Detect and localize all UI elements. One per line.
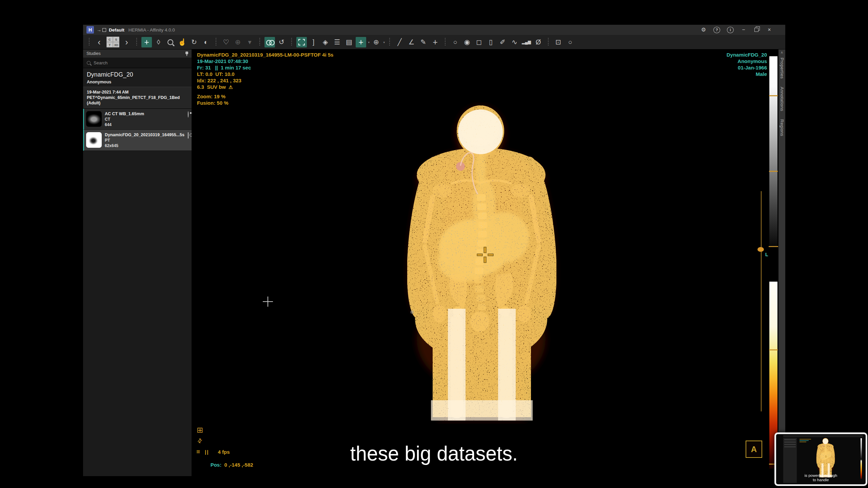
- crosshair-tool-button[interactable]: +: [141, 37, 152, 47]
- restore-button[interactable]: [753, 28, 760, 32]
- record-tool-button[interactable]: ○: [565, 37, 575, 47]
- prev-layout-button[interactable]: ‹: [94, 37, 104, 47]
- toolbar-separator: [259, 38, 260, 46]
- position-status: Pos: 0 ,-145 ,-582: [196, 456, 253, 473]
- patient-overlay-line: 01-Jan-1966: [727, 64, 767, 71]
- display-settings-icon[interactable]: [188, 133, 189, 139]
- layout-grid-icon[interactable]: ⊞: [197, 426, 203, 434]
- overlay-line: Idx: 222 , 241 , 323: [197, 77, 333, 84]
- next-layout-button[interactable]: ›: [121, 37, 132, 47]
- search-input[interactable]: Search: [83, 58, 192, 68]
- point-tool-button[interactable]: +: [430, 37, 440, 47]
- ct-grayscale-colorbar[interactable]: [769, 56, 777, 246]
- mpr-sphere-tool-button[interactable]: ⊕▾: [371, 37, 381, 47]
- pip-overlay-lines: [800, 438, 811, 442]
- patient-id: Anonymous: [87, 80, 188, 84]
- patient-info-tool-button[interactable]: ☰: [332, 37, 342, 47]
- fit-to-screen-tool-button[interactable]: [296, 37, 307, 47]
- pip-colorbar: [861, 438, 862, 479]
- settings-button[interactable]: ⚙: [701, 27, 707, 33]
- threshold-tool-button[interactable]: Ø: [533, 37, 544, 47]
- study-block[interactable]: 19-Mar-2021 7:44 AM PET^Dynamic_65min_PE…: [83, 87, 192, 109]
- pet-ct-3d-render: [400, 102, 563, 424]
- panel-tab-properties[interactable]: Properties: [780, 58, 785, 79]
- help-button[interactable]: ?: [713, 27, 720, 33]
- series-modality: PT: [105, 138, 189, 143]
- pause-icon[interactable]: ||: [205, 449, 209, 455]
- app-window: H → Default HERMIA - Affinity 4.0.0 ⚙?i−…: [83, 25, 785, 476]
- orientation-grid-button[interactable]: CST3D: [106, 37, 119, 47]
- pip-caption: is powerful enough to handle: [776, 473, 866, 482]
- toolbar-separator: [89, 38, 90, 46]
- collapse-view-icon[interactable]: ⇄: [196, 437, 203, 444]
- toolbar-separator: [216, 38, 216, 46]
- window-controls: ⚙?i−×: [701, 27, 782, 33]
- overlay-line: 6.3 SUV bw⚠: [197, 84, 333, 90]
- panel-chevron-icon[interactable]: ∧: [778, 50, 785, 54]
- add-marker-tool-button[interactable]: +▾: [356, 37, 366, 47]
- sphere-roi-tool-button[interactable]: ◉: [462, 37, 472, 47]
- overlay-line: Fr: 31 || 1 min 17 sec: [197, 64, 333, 71]
- pencil-tool-button[interactable]: ✎: [418, 37, 429, 47]
- organ-tool-button[interactable]: ♡: [221, 37, 231, 47]
- ct-window-tick[interactable]: [769, 95, 778, 96]
- tag-tool-button[interactable]: ◈: [320, 37, 331, 47]
- toolbar: ‹CST3D›+◊☝↻◐♡⊕▾↺]◈☰▤+▾⊕▾╱∠✎+○◉◻▯✐∿▂▄▆Ø⊡○: [83, 35, 785, 49]
- search-placeholder: Search: [94, 60, 107, 65]
- pan-tool-button[interactable]: ☝: [177, 37, 188, 47]
- study-date: 19-Mar-2021 7:44 AM: [87, 89, 188, 95]
- ct-window-tick[interactable]: [769, 171, 778, 172]
- video-caption: these big datasets.: [350, 441, 518, 465]
- titlebar: H → Default HERMIA - Affinity 4.0.0 ⚙?i−…: [83, 25, 785, 35]
- ellipse-roi-tool-button[interactable]: ○: [450, 37, 460, 47]
- render-viewport[interactable]: DynamicFDG_20_20210319_164955-LM-00-PSFT…: [192, 49, 778, 476]
- patient-block[interactable]: DynamicFDG_20 Anonymous: [83, 68, 192, 87]
- pet-window-tick[interactable]: [769, 349, 778, 350]
- box-roi-tool-button[interactable]: ◻: [474, 37, 484, 47]
- pin-icon[interactable]: [185, 52, 188, 56]
- pip-thumbnail[interactable]: is powerful enough to handle: [774, 432, 867, 486]
- app-logo: H: [86, 26, 94, 34]
- visibility-eye-icon[interactable]: [188, 111, 189, 118]
- slice-plane-tool-button[interactable]: ◊: [153, 37, 164, 47]
- threshold-slider-track[interactable]: [761, 191, 762, 411]
- threshold-slider-handle[interactable]: [757, 247, 764, 252]
- freehand-roi-tool-button[interactable]: ∿: [509, 37, 520, 47]
- angle-tool-button[interactable]: ∠: [406, 37, 417, 47]
- overlay-top-left: DynamicFDG_20_20210319_164955-LM-00-PSFT…: [197, 52, 333, 106]
- screenshot-tool-button[interactable]: ⊡: [553, 37, 564, 47]
- series-thumbnail: [86, 132, 102, 148]
- rotate-3d-tool-button[interactable]: ↻: [189, 37, 199, 47]
- patient-overlay-line: Male: [727, 71, 767, 77]
- minimize-button[interactable]: −: [741, 27, 747, 33]
- zoom-tool-button[interactable]: [165, 37, 176, 47]
- main-area: Studies Search DynamicFDG_20 Anonymous 1…: [83, 49, 785, 476]
- cylinder-roi-tool-button[interactable]: ▯: [486, 37, 496, 47]
- report-tool-button[interactable]: ▤: [344, 37, 354, 47]
- series-item[interactable]: DynamicFDG_20_20210319_164955...5sPT62x6…: [83, 130, 192, 151]
- close-button[interactable]: ×: [766, 27, 772, 33]
- brush-roi-tool-button[interactable]: ✐: [497, 37, 508, 47]
- menu-icon[interactable]: ≡: [196, 448, 200, 455]
- series-item[interactable]: AC CT WB_1.65mmCT644: [83, 109, 192, 130]
- panel-tab-annotations[interactable]: Annotations: [780, 87, 785, 111]
- right-panel-strip: ∧ PropertiesAnnotationsRegions: [778, 49, 785, 476]
- warning-icon: ⚠: [229, 84, 233, 90]
- patient-name: DynamicFDG_20: [87, 71, 188, 78]
- pip-body-render: [815, 438, 836, 478]
- ruler-tool-button[interactable]: ╱: [394, 37, 405, 47]
- panel-tab-regions[interactable]: Regions: [780, 119, 785, 136]
- annotation-button[interactable]: A: [746, 441, 762, 458]
- scale-bar-tool-button[interactable]: ]: [308, 37, 319, 47]
- histogram-tool-button[interactable]: ▂▄▆: [521, 37, 532, 47]
- reset-view-tool-button[interactable]: ↺: [276, 37, 287, 47]
- undock-icon[interactable]: →: [97, 27, 106, 33]
- link-views-tool-button[interactable]: [264, 37, 275, 47]
- window-level-tool-button[interactable]: ◐: [201, 37, 211, 47]
- zoom-tool-icon: [167, 39, 173, 45]
- mouse-crosshair-cursor: [263, 297, 273, 307]
- info-button[interactable]: i: [727, 27, 734, 33]
- overlay-line: DynamicFDG_20_20210319_164955-LM-00-PSFT…: [197, 52, 333, 58]
- sphere-locator-tool-button[interactable]: ⊕: [233, 37, 243, 47]
- more-options-button[interactable]: ▾: [244, 37, 255, 47]
